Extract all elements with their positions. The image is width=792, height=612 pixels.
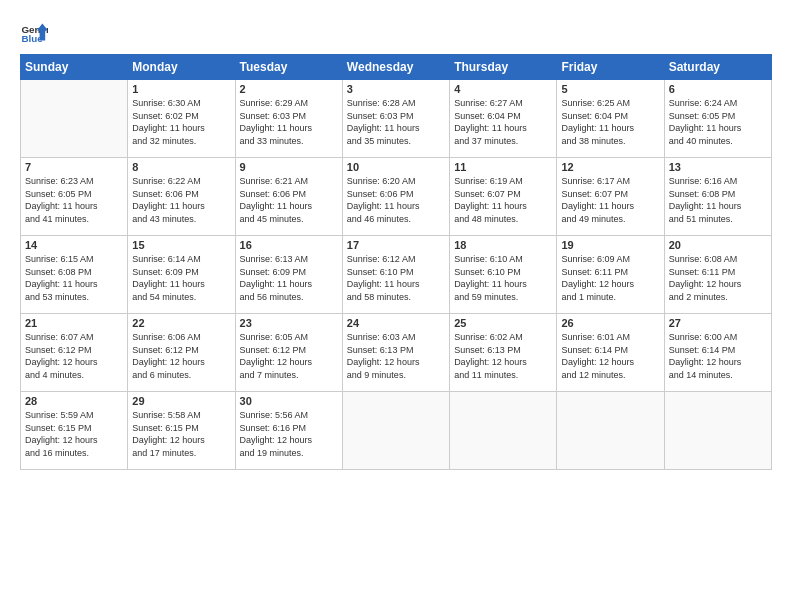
day-info: Sunrise: 6:14 AM Sunset: 6:09 PM Dayligh…	[132, 253, 230, 303]
calendar-cell: 12Sunrise: 6:17 AM Sunset: 6:07 PM Dayli…	[557, 158, 664, 236]
day-number: 2	[240, 83, 338, 95]
day-number: 27	[669, 317, 767, 329]
day-info: Sunrise: 6:13 AM Sunset: 6:09 PM Dayligh…	[240, 253, 338, 303]
day-info: Sunrise: 5:56 AM Sunset: 6:16 PM Dayligh…	[240, 409, 338, 459]
day-info: Sunrise: 6:20 AM Sunset: 6:06 PM Dayligh…	[347, 175, 445, 225]
day-number: 10	[347, 161, 445, 173]
day-number: 29	[132, 395, 230, 407]
calendar-week-4: 21Sunrise: 6:07 AM Sunset: 6:12 PM Dayli…	[21, 314, 772, 392]
day-number: 14	[25, 239, 123, 251]
day-info: Sunrise: 6:10 AM Sunset: 6:10 PM Dayligh…	[454, 253, 552, 303]
day-number: 6	[669, 83, 767, 95]
day-info: Sunrise: 6:05 AM Sunset: 6:12 PM Dayligh…	[240, 331, 338, 381]
calendar-cell	[21, 80, 128, 158]
calendar-cell: 28Sunrise: 5:59 AM Sunset: 6:15 PM Dayli…	[21, 392, 128, 470]
calendar-cell: 1Sunrise: 6:30 AM Sunset: 6:02 PM Daylig…	[128, 80, 235, 158]
calendar-cell: 18Sunrise: 6:10 AM Sunset: 6:10 PM Dayli…	[450, 236, 557, 314]
day-number: 16	[240, 239, 338, 251]
calendar-week-5: 28Sunrise: 5:59 AM Sunset: 6:15 PM Dayli…	[21, 392, 772, 470]
day-number: 23	[240, 317, 338, 329]
calendar-cell	[557, 392, 664, 470]
calendar-cell: 11Sunrise: 6:19 AM Sunset: 6:07 PM Dayli…	[450, 158, 557, 236]
day-info: Sunrise: 6:30 AM Sunset: 6:02 PM Dayligh…	[132, 97, 230, 147]
day-info: Sunrise: 6:28 AM Sunset: 6:03 PM Dayligh…	[347, 97, 445, 147]
calendar-cell: 21Sunrise: 6:07 AM Sunset: 6:12 PM Dayli…	[21, 314, 128, 392]
day-number: 5	[561, 83, 659, 95]
day-info: Sunrise: 6:00 AM Sunset: 6:14 PM Dayligh…	[669, 331, 767, 381]
day-info: Sunrise: 6:27 AM Sunset: 6:04 PM Dayligh…	[454, 97, 552, 147]
day-number: 30	[240, 395, 338, 407]
day-number: 26	[561, 317, 659, 329]
day-number: 28	[25, 395, 123, 407]
day-number: 3	[347, 83, 445, 95]
day-number: 8	[132, 161, 230, 173]
logo: General Blue	[20, 18, 52, 46]
calendar-cell: 7Sunrise: 6:23 AM Sunset: 6:05 PM Daylig…	[21, 158, 128, 236]
calendar-cell: 30Sunrise: 5:56 AM Sunset: 6:16 PM Dayli…	[235, 392, 342, 470]
day-number: 19	[561, 239, 659, 251]
calendar-cell	[450, 392, 557, 470]
weekday-header-sunday: Sunday	[21, 55, 128, 80]
day-number: 21	[25, 317, 123, 329]
day-number: 13	[669, 161, 767, 173]
calendar-cell: 17Sunrise: 6:12 AM Sunset: 6:10 PM Dayli…	[342, 236, 449, 314]
calendar-cell: 26Sunrise: 6:01 AM Sunset: 6:14 PM Dayli…	[557, 314, 664, 392]
day-info: Sunrise: 6:17 AM Sunset: 6:07 PM Dayligh…	[561, 175, 659, 225]
calendar-cell: 9Sunrise: 6:21 AM Sunset: 6:06 PM Daylig…	[235, 158, 342, 236]
calendar-cell: 16Sunrise: 6:13 AM Sunset: 6:09 PM Dayli…	[235, 236, 342, 314]
weekday-header-monday: Monday	[128, 55, 235, 80]
day-info: Sunrise: 6:19 AM Sunset: 6:07 PM Dayligh…	[454, 175, 552, 225]
calendar-cell: 22Sunrise: 6:06 AM Sunset: 6:12 PM Dayli…	[128, 314, 235, 392]
weekday-header-friday: Friday	[557, 55, 664, 80]
day-info: Sunrise: 6:08 AM Sunset: 6:11 PM Dayligh…	[669, 253, 767, 303]
calendar-cell: 29Sunrise: 5:58 AM Sunset: 6:15 PM Dayli…	[128, 392, 235, 470]
day-info: Sunrise: 6:02 AM Sunset: 6:13 PM Dayligh…	[454, 331, 552, 381]
calendar-table: SundayMondayTuesdayWednesdayThursdayFrid…	[20, 54, 772, 470]
day-number: 11	[454, 161, 552, 173]
day-info: Sunrise: 6:06 AM Sunset: 6:12 PM Dayligh…	[132, 331, 230, 381]
day-number: 24	[347, 317, 445, 329]
calendar-week-1: 1Sunrise: 6:30 AM Sunset: 6:02 PM Daylig…	[21, 80, 772, 158]
day-number: 22	[132, 317, 230, 329]
calendar-cell: 20Sunrise: 6:08 AM Sunset: 6:11 PM Dayli…	[664, 236, 771, 314]
calendar-cell: 14Sunrise: 6:15 AM Sunset: 6:08 PM Dayli…	[21, 236, 128, 314]
calendar-cell: 4Sunrise: 6:27 AM Sunset: 6:04 PM Daylig…	[450, 80, 557, 158]
day-info: Sunrise: 6:21 AM Sunset: 6:06 PM Dayligh…	[240, 175, 338, 225]
calendar-cell: 15Sunrise: 6:14 AM Sunset: 6:09 PM Dayli…	[128, 236, 235, 314]
day-number: 12	[561, 161, 659, 173]
day-number: 9	[240, 161, 338, 173]
day-info: Sunrise: 6:25 AM Sunset: 6:04 PM Dayligh…	[561, 97, 659, 147]
day-info: Sunrise: 6:12 AM Sunset: 6:10 PM Dayligh…	[347, 253, 445, 303]
day-number: 7	[25, 161, 123, 173]
calendar-cell	[342, 392, 449, 470]
day-info: Sunrise: 6:24 AM Sunset: 6:05 PM Dayligh…	[669, 97, 767, 147]
day-info: Sunrise: 6:23 AM Sunset: 6:05 PM Dayligh…	[25, 175, 123, 225]
day-info: Sunrise: 6:03 AM Sunset: 6:13 PM Dayligh…	[347, 331, 445, 381]
calendar-cell: 24Sunrise: 6:03 AM Sunset: 6:13 PM Dayli…	[342, 314, 449, 392]
weekday-header-row: SundayMondayTuesdayWednesdayThursdayFrid…	[21, 55, 772, 80]
day-number: 17	[347, 239, 445, 251]
day-info: Sunrise: 6:07 AM Sunset: 6:12 PM Dayligh…	[25, 331, 123, 381]
day-info: Sunrise: 5:59 AM Sunset: 6:15 PM Dayligh…	[25, 409, 123, 459]
day-info: Sunrise: 6:16 AM Sunset: 6:08 PM Dayligh…	[669, 175, 767, 225]
calendar-cell: 27Sunrise: 6:00 AM Sunset: 6:14 PM Dayli…	[664, 314, 771, 392]
calendar-cell: 8Sunrise: 6:22 AM Sunset: 6:06 PM Daylig…	[128, 158, 235, 236]
calendar-cell	[664, 392, 771, 470]
day-info: Sunrise: 6:29 AM Sunset: 6:03 PM Dayligh…	[240, 97, 338, 147]
day-info: Sunrise: 6:09 AM Sunset: 6:11 PM Dayligh…	[561, 253, 659, 303]
page-header: General Blue	[20, 18, 772, 46]
calendar-cell: 25Sunrise: 6:02 AM Sunset: 6:13 PM Dayli…	[450, 314, 557, 392]
calendar-week-3: 14Sunrise: 6:15 AM Sunset: 6:08 PM Dayli…	[21, 236, 772, 314]
calendar-cell: 23Sunrise: 6:05 AM Sunset: 6:12 PM Dayli…	[235, 314, 342, 392]
day-number: 15	[132, 239, 230, 251]
weekday-header-tuesday: Tuesday	[235, 55, 342, 80]
weekday-header-wednesday: Wednesday	[342, 55, 449, 80]
weekday-header-thursday: Thursday	[450, 55, 557, 80]
calendar-week-2: 7Sunrise: 6:23 AM Sunset: 6:05 PM Daylig…	[21, 158, 772, 236]
calendar-cell: 5Sunrise: 6:25 AM Sunset: 6:04 PM Daylig…	[557, 80, 664, 158]
day-info: Sunrise: 6:01 AM Sunset: 6:14 PM Dayligh…	[561, 331, 659, 381]
calendar-cell: 13Sunrise: 6:16 AM Sunset: 6:08 PM Dayli…	[664, 158, 771, 236]
day-info: Sunrise: 6:22 AM Sunset: 6:06 PM Dayligh…	[132, 175, 230, 225]
calendar-cell: 19Sunrise: 6:09 AM Sunset: 6:11 PM Dayli…	[557, 236, 664, 314]
day-info: Sunrise: 6:15 AM Sunset: 6:08 PM Dayligh…	[25, 253, 123, 303]
